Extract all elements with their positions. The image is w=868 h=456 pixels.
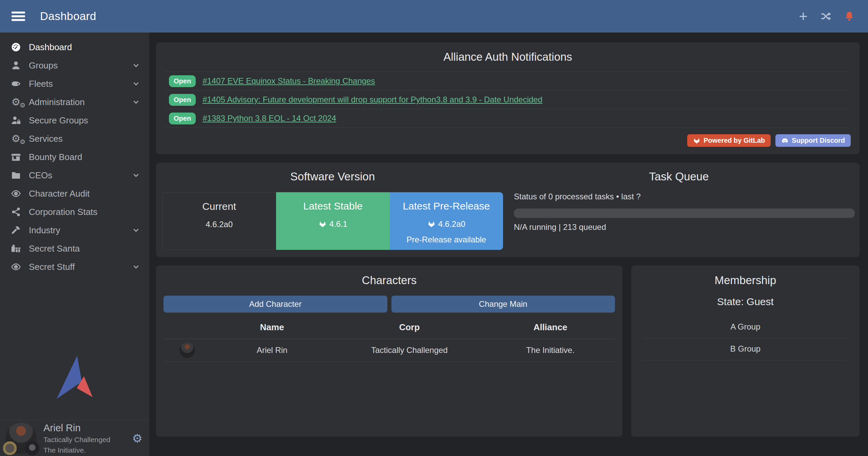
- chevron-down-icon: [132, 171, 140, 180]
- character-corp: Tactically Challenged: [333, 339, 486, 362]
- status-badge: Open: [169, 75, 196, 87]
- membership-title: Membership: [643, 274, 848, 287]
- task-queue-status: Status of 0 processed tasks • last ?: [514, 192, 855, 201]
- task-queue-title: Task Queue: [503, 170, 855, 183]
- sidebar-item-secure-groups[interactable]: Secure Groups: [0, 111, 149, 130]
- spaceship-icon: [9, 79, 23, 89]
- task-queue-counts: N/A running | 213 queued: [514, 222, 855, 232]
- gears-icon: ⚙⚙: [9, 134, 23, 144]
- status-badge: Open: [169, 94, 196, 106]
- eye-icon: [9, 189, 23, 199]
- version-taskqueue-panel: Software Version Current 4.6.2a0 Latest …: [156, 163, 860, 257]
- hammer-icon: [9, 225, 23, 235]
- character-alliance: The Initiative.: [486, 339, 615, 362]
- version-cell-current: Current 4.6.2a0: [162, 192, 276, 250]
- gifts-icon: [9, 243, 23, 254]
- add-character-button[interactable]: Add Character: [163, 296, 387, 313]
- group-list-item: B Group: [643, 338, 848, 360]
- character-name: Ariel Rin: [211, 339, 333, 362]
- notification-link[interactable]: #1405 Advisory: Future development will …: [202, 95, 542, 104]
- gauge-icon: [9, 42, 23, 52]
- notifications-title: Alliance Auth Notifications: [165, 51, 851, 63]
- notification-row: Open #1405 Advisory: Future development …: [165, 91, 851, 109]
- folder-icon: [9, 170, 23, 180]
- sidebar-item-fleets[interactable]: Fleets: [0, 75, 149, 93]
- user-icon: [9, 60, 23, 71]
- status-badge: Open: [169, 113, 196, 124]
- characters-table: Name Corp Alliance Ariel Rin Tactically …: [163, 317, 615, 362]
- sidebar-item-industry[interactable]: Industry: [0, 221, 149, 239]
- gears-icon: ⚙⚙: [9, 97, 23, 107]
- sidebar-item-corporation-stats[interactable]: Corporation Stats: [0, 203, 149, 221]
- page-title: Dashboard: [40, 10, 96, 23]
- version-cell-latest-prerelease: Latest Pre-Release 4.6.2a0 Pre-Release a…: [390, 192, 503, 250]
- sidebar-item-groups[interactable]: Groups: [0, 56, 149, 75]
- sidebar-item-services[interactable]: ⚙⚙ Services: [0, 130, 149, 148]
- characters-panel: Characters Add Character Change Main Nam…: [156, 265, 622, 437]
- version-table: Current 4.6.2a0 Latest Stable 4.6.1 Late…: [162, 192, 503, 250]
- support-discord-badge[interactable]: Support Discord: [775, 134, 851, 147]
- sidebar-item-dashboard[interactable]: Dashboard: [0, 38, 149, 56]
- sidebar-item-administration[interactable]: ⚙⚙ Administration: [0, 93, 149, 111]
- version-cell-latest-stable: Latest Stable 4.6.1: [276, 192, 389, 250]
- user-lock-icon: [9, 115, 23, 125]
- task-queue-section: Task Queue Status of 0 processed tasks •…: [503, 170, 855, 257]
- sidebar-item-secret-stuff[interactable]: Secret Stuff: [0, 258, 149, 276]
- sidebar-item-bounty-board[interactable]: Bounty Board: [0, 148, 149, 166]
- chevron-down-icon: [132, 61, 140, 70]
- group-list-item: A Group: [643, 316, 848, 338]
- notification-link[interactable]: #1407 EVE Equinox Status - Breaking Chan…: [202, 76, 375, 86]
- alliance-logo-badge: [25, 441, 39, 455]
- chevron-down-icon: [132, 262, 140, 271]
- main-content: Alliance Auth Notifications Open #1407 E…: [149, 33, 868, 456]
- user-avatar: [5, 423, 37, 454]
- notification-row: Open #1383 Python 3.8 EOL - 14 Oct 2024: [165, 109, 851, 128]
- chevron-down-icon: [132, 79, 140, 88]
- shuffle-icon[interactable]: [821, 11, 832, 22]
- user-alliance: The Initiative.: [43, 446, 110, 455]
- software-version-title: Software Version: [162, 170, 503, 183]
- settings-gear-icon[interactable]: ⚙: [132, 432, 142, 445]
- user-name: Ariel Rin: [43, 422, 110, 434]
- change-main-button[interactable]: Change Main: [391, 296, 615, 313]
- sidebar: Dashboard Groups Fleets ⚙⚙ Administratio…: [0, 33, 149, 456]
- hamburger-menu-icon[interactable]: [12, 12, 25, 21]
- discord-icon: [781, 137, 789, 144]
- notification-row: Open #1407 EVE Equinox Status - Breaking…: [165, 72, 851, 91]
- software-version-section: Software Version Current 4.6.2a0 Latest …: [162, 170, 503, 257]
- add-icon[interactable]: +: [797, 11, 809, 22]
- character-portrait: [179, 342, 195, 358]
- gitlab-tanuki-icon: [319, 220, 327, 228]
- col-header-name: Name: [211, 317, 333, 339]
- powered-by-gitlab-badge[interactable]: Powered by GitLab: [687, 134, 771, 147]
- col-header-alliance: Alliance: [486, 317, 615, 339]
- sidebar-item-character-audit[interactable]: Character Audit: [0, 184, 149, 203]
- gitlab-tanuki-icon: [427, 220, 436, 228]
- notifications-bell-icon[interactable]: [844, 11, 855, 22]
- user-corp: Tactically Challenged: [43, 435, 110, 444]
- sidebar-item-secret-santa[interactable]: Secret Santa: [0, 239, 149, 258]
- alliance-auth-logo: [0, 356, 149, 399]
- share-nodes-icon: [9, 207, 23, 217]
- eye-icon: [9, 262, 23, 272]
- gitlab-tanuki-icon: [693, 137, 700, 144]
- shop-icon: [9, 152, 23, 162]
- characters-title: Characters: [163, 274, 615, 287]
- notification-link[interactable]: #1383 Python 3.8 EOL - 14 Oct 2024: [202, 114, 336, 123]
- task-queue-progressbar: [514, 209, 855, 218]
- notifications-panel: Alliance Auth Notifications Open #1407 E…: [156, 42, 860, 154]
- table-row: Ariel Rin Tactically Challenged The Init…: [163, 339, 615, 362]
- membership-panel: Membership State: Guest A Group B Group: [631, 265, 860, 437]
- chevron-down-icon: [132, 98, 140, 106]
- sidebar-item-ceos[interactable]: CEOs: [0, 166, 149, 184]
- user-panel: Ariel Rin Tactically Challenged The Init…: [0, 420, 149, 456]
- corp-logo-badge: [3, 441, 17, 455]
- top-navbar: Dashboard +: [0, 0, 868, 33]
- col-header-corp: Corp: [333, 317, 486, 339]
- membership-state: State: Guest: [643, 296, 848, 308]
- chevron-down-icon: [132, 226, 140, 235]
